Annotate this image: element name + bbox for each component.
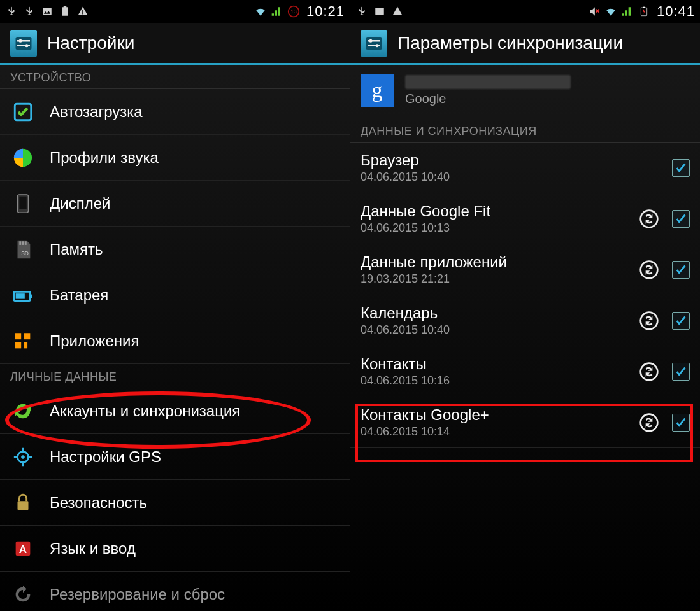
section-header-device: УСТРОЙСТВО xyxy=(0,65,350,89)
svg-rect-13 xyxy=(19,241,21,245)
svg-point-39 xyxy=(641,312,658,329)
usb-icon xyxy=(355,5,368,18)
svg-rect-31 xyxy=(643,7,645,8)
row-label: Аккаунты и синхронизация xyxy=(50,402,240,420)
usb-icon xyxy=(5,5,18,18)
row-battery[interactable]: Батарея xyxy=(0,272,350,318)
sync-checkbox[interactable] xyxy=(672,414,690,432)
account-email-redacted xyxy=(405,75,571,89)
row-autostart[interactable]: Автозагрузка xyxy=(0,89,350,135)
warning-icon xyxy=(76,5,89,18)
sync-row-google-fit[interactable]: Данные Google Fit 04.06.2015 10:13 xyxy=(350,193,700,244)
sync-item-timestamp: 04.06.2015 10:13 xyxy=(361,221,625,235)
sync-checkbox[interactable] xyxy=(672,159,690,177)
sync-item-timestamp: 04.06.2015 10:40 xyxy=(361,171,658,184)
status-bar: 13 10:21 xyxy=(0,0,350,23)
svg-rect-36 xyxy=(368,45,380,46)
svg-rect-18 xyxy=(30,294,32,298)
svg-rect-15 xyxy=(25,241,27,245)
row-label: Язык и ввод xyxy=(50,540,136,558)
sync-row-app-data[interactable]: Данные приложений 19.03.2015 21:21 xyxy=(350,244,700,295)
page-title: Параметры синхронизации xyxy=(397,33,623,53)
storage-icon: SD xyxy=(10,237,36,262)
sync-item-timestamp: 19.03.2015 21:21 xyxy=(361,272,625,286)
svg-rect-29 xyxy=(375,8,384,15)
mute-icon xyxy=(588,5,601,18)
sync-status-icon xyxy=(639,260,659,280)
google-badge-icon: g xyxy=(361,74,394,107)
sync-item-label: Данные приложений xyxy=(361,253,625,271)
battery-icon xyxy=(10,283,36,308)
row-label: Профили звука xyxy=(50,149,159,167)
language-icon: A xyxy=(10,536,36,561)
row-label: Настройки GPS xyxy=(50,448,161,466)
svg-rect-22 xyxy=(15,342,21,348)
title-bar: Параметры синхронизации xyxy=(350,23,700,65)
row-apps[interactable]: Приложения xyxy=(0,318,350,364)
apps-icon xyxy=(10,328,36,354)
svg-rect-12 xyxy=(19,196,26,209)
section-header-personal: ЛИЧНЫЕ ДАННЫЕ xyxy=(0,364,350,388)
row-label: Безопасность xyxy=(50,494,147,512)
settings-app-icon xyxy=(10,30,37,57)
svg-text:SD: SD xyxy=(21,249,29,256)
svg-rect-5 xyxy=(16,37,32,50)
svg-point-25 xyxy=(21,455,25,459)
svg-rect-20 xyxy=(15,333,21,339)
sync-status-icon xyxy=(639,362,659,382)
sync-checkbox[interactable] xyxy=(672,363,690,381)
warning-icon xyxy=(391,5,404,18)
status-time: 10:21 xyxy=(306,3,345,20)
row-label: Резервирование и сброс xyxy=(50,586,225,603)
row-display[interactable]: Дисплей xyxy=(0,181,350,227)
svg-rect-19 xyxy=(16,293,25,299)
sync-checkbox[interactable] xyxy=(672,210,690,228)
svg-point-40 xyxy=(641,363,658,380)
wifi-icon xyxy=(254,5,267,18)
row-language[interactable]: A Язык и ввод xyxy=(0,526,350,572)
svg-point-38 xyxy=(641,261,658,278)
svg-rect-9 xyxy=(17,45,30,46)
row-gps[interactable]: Настройки GPS xyxy=(0,434,350,480)
gps-icon xyxy=(10,444,36,470)
title-bar: Настройки xyxy=(0,23,350,65)
svg-rect-14 xyxy=(22,241,24,245)
backup-icon xyxy=(10,582,36,607)
row-security[interactable]: Безопасность xyxy=(0,480,350,526)
sync-row-calendar[interactable]: Календарь 04.06.2015 10:40 xyxy=(350,295,700,346)
row-accounts-sync[interactable]: Аккаунты и синхронизация xyxy=(0,388,350,434)
row-label: Автозагрузка xyxy=(50,103,143,121)
svg-rect-23 xyxy=(24,342,27,348)
autostart-icon xyxy=(10,99,36,125)
status-bar: 10:41 xyxy=(350,0,700,23)
account-row[interactable]: g Google xyxy=(350,65,700,118)
svg-point-37 xyxy=(641,210,658,227)
sync-status-icon xyxy=(639,209,659,229)
row-storage[interactable]: SD Память xyxy=(0,227,350,272)
svg-rect-21 xyxy=(24,333,30,339)
sync-row-contacts-gplus[interactable]: Контакты Google+ 04.06.2015 10:14 xyxy=(350,397,700,448)
settings-app-icon xyxy=(361,30,387,57)
sync-item-timestamp: 04.06.2015 10:40 xyxy=(361,323,625,337)
battery-charging-icon xyxy=(638,5,650,18)
sync-checkbox[interactable] xyxy=(672,261,690,279)
row-label: Приложения xyxy=(50,332,139,350)
sync-checkbox[interactable] xyxy=(672,312,690,330)
sync-row-contacts[interactable]: Контакты 04.06.2015 10:16 xyxy=(350,346,700,397)
svg-point-41 xyxy=(641,414,658,431)
sync-row-browser[interactable]: Браузер 04.06.2015 10:40 xyxy=(350,143,700,193)
wifi-icon xyxy=(604,5,617,18)
sync-list: g Google ДАННЫЕ И СИНХРОНИЗАЦИЯ Браузер … xyxy=(350,65,700,611)
picture-icon xyxy=(41,5,54,18)
screen-settings: 13 10:21 Настройки УСТРОЙСТВО Автозагруз… xyxy=(0,0,350,611)
row-label: Память xyxy=(50,241,103,258)
row-sound-profiles[interactable]: Профили звука xyxy=(0,135,350,181)
sync-status-icon xyxy=(639,412,659,433)
battery-badge-icon: 13 xyxy=(287,5,300,18)
sync-item-label: Контакты Google+ xyxy=(361,406,625,424)
svg-rect-34 xyxy=(368,40,380,42)
sync-item-label: Контакты xyxy=(361,355,625,373)
account-provider: Google xyxy=(405,92,571,106)
row-backup-reset[interactable]: Резервирование и сброс xyxy=(0,572,350,611)
section-header-sync: ДАННЫЕ И СИНХРОНИЗАЦИЯ xyxy=(350,118,700,143)
